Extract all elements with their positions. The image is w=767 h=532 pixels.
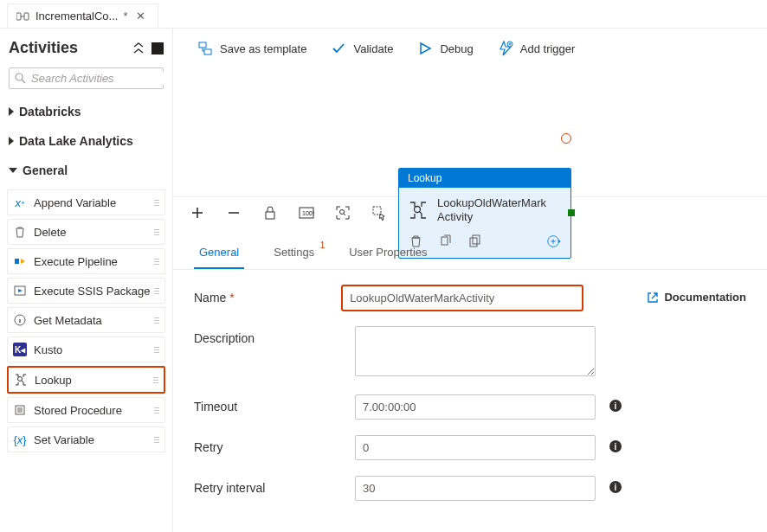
retry-interval-label: Retry interval [194,476,341,495]
pipeline-canvas[interactable]: Lookup LookupOldWaterMarkActivity [173,68,767,196]
delete-icon [13,225,27,239]
zoom-in-button[interactable] [189,204,206,221]
group-data-lake-analytics[interactable]: Data Lake Analytics [7,129,165,153]
svg-rect-27 [442,237,448,245]
pipeline-icon [16,11,30,22]
svg-marker-6 [21,259,25,264]
add-output-button[interactable] [546,234,562,249]
timeout-field[interactable] [355,394,596,420]
general-activities-list: x+ Append Variable Delete [7,188,165,452]
execute-pipeline-icon [13,254,27,268]
svg-rect-19 [204,49,211,54]
file-tab[interactable]: IncrementalCo... * ✕ [7,3,158,28]
drag-grip-icon [154,259,159,265]
drag-grip-icon [154,407,159,413]
chevron-right-icon [9,137,14,145]
external-link-icon [647,292,659,304]
zoom-to-selection-button[interactable] [334,204,351,221]
select-mode-button[interactable] [371,204,388,221]
set-variable-icon: {x} [13,433,27,446]
canvas-marker-icon [561,133,571,144]
zoom-out-button[interactable] [225,204,242,221]
validate-button[interactable]: Validate [331,41,393,56]
search-activities[interactable] [9,67,164,89]
retry-interval-field[interactable] [355,476,596,501]
svg-rect-18 [199,42,206,48]
tab-settings[interactable]: Settings1 [268,240,319,269]
documentation-link[interactable]: Documentation [647,285,746,304]
name-field[interactable] [342,285,583,311]
chevron-right-icon [9,107,14,116]
activity-title: LookupOldWaterMarkActivity [437,196,546,225]
chevron-down-icon [9,168,17,173]
search-input[interactable] [31,72,173,85]
collapse-sidebar-icon[interactable] [132,42,145,54]
copy-activity-button[interactable] [467,234,482,249]
name-label: Name* [194,285,328,304]
template-icon [197,41,213,56]
dirty-indicator: * [123,10,127,22]
svg-text:100%: 100% [302,210,314,216]
drag-grip-icon [154,288,159,294]
activity-lookup[interactable]: Lookup [7,366,165,394]
timeout-label: Timeout [194,394,341,413]
group-general[interactable]: General [7,158,165,183]
sidebar-header: Activities [9,39,78,57]
svg-point-3 [16,74,23,80]
activity-type-label: Lookup [399,169,570,188]
svg-line-26 [420,212,422,215]
svg-rect-1 [24,13,29,20]
activity-execute-pipeline[interactable]: Execute Pipeline [7,248,165,274]
svg-rect-36 [266,212,274,219]
lock-button[interactable] [261,204,279,221]
general-form: Name* Documentation Description Time [173,270,767,532]
activity-stored-procedure[interactable]: Stored Procedure [7,397,165,423]
add-trigger-button[interactable]: Add trigger [498,41,576,56]
drag-grip-icon [154,229,159,235]
tab-strip: IncrementalCo... * ✕ [0,0,767,29]
lookup-icon [14,373,28,387]
settings-badge: 1 [320,240,325,250]
file-tab-title: IncrementalCo... [35,10,118,22]
description-field[interactable] [355,326,596,376]
svg-rect-28 [470,238,477,247]
info-icon[interactable]: i [609,440,622,452]
execute-ssis-icon [13,284,27,298]
info-icon[interactable]: i [609,481,622,493]
zoom-fit-button[interactable]: 100% [298,204,315,221]
svg-rect-5 [15,259,19,264]
tab-general[interactable]: General [194,240,244,269]
drag-grip-icon [154,437,159,443]
description-label: Description [194,326,341,345]
drag-grip-icon [154,200,159,206]
retry-field[interactable] [355,435,596,460]
drag-grip-icon [154,317,159,324]
drag-grip-icon [153,377,158,383]
svg-line-40 [344,214,345,215]
activity-set-variable[interactable]: {x} Set Variable [7,426,165,452]
activity-kusto[interactable]: K◂ Kusto [7,337,165,362]
tab-user-properties[interactable]: User Properties [344,240,432,269]
kusto-icon: K◂ [13,343,27,356]
activity-append-variable[interactable]: x+ Append Variable [7,189,165,215]
group-databricks[interactable]: Databricks [7,99,165,124]
search-icon [15,73,26,84]
debug-button[interactable]: Debug [417,41,473,56]
svg-rect-0 [16,13,21,20]
check-icon [331,41,346,56]
save-as-template-button[interactable]: Save as template [197,41,306,56]
success-connector[interactable] [568,209,575,216]
clone-activity-button[interactable] [437,234,453,249]
info-icon[interactable]: i [609,400,622,412]
stored-procedure-icon [13,403,27,417]
retry-label: Retry [194,435,341,454]
sidebar-settings-icon[interactable] [151,42,164,54]
close-tab-button[interactable]: ✕ [132,10,149,22]
activities-sidebar: Activities Databricks [0,29,173,532]
activity-execute-ssis[interactable]: Execute SSIS Package [7,278,165,304]
activity-get-metadata[interactable]: Get Metadata [7,307,165,333]
svg-marker-20 [421,43,430,54]
activity-delete[interactable]: Delete [7,219,165,245]
play-icon [417,41,433,56]
svg-point-12 [18,377,23,381]
